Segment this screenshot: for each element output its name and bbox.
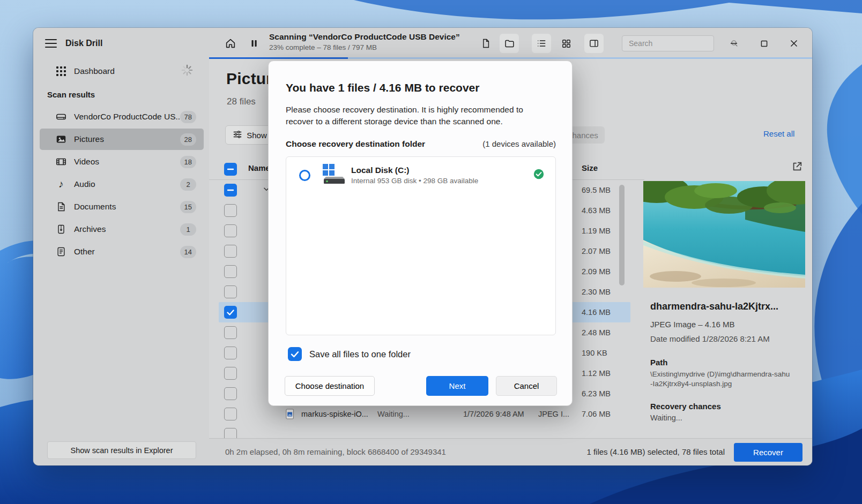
drive-icon: [55, 110, 68, 123]
list-view-button[interactable]: [532, 34, 551, 53]
sidebar-item-label: Audio: [74, 179, 180, 189]
sidebar-item-dashboard[interactable]: Dashboard: [41, 61, 202, 81]
preview-filetype: JPEG Image – 4.16 MB: [650, 320, 735, 329]
recovery-destination-dialog: You have 1 files / 4.16 MB to recover Pl…: [268, 61, 573, 406]
row-checkbox[interactable]: [224, 347, 237, 359]
device-radio[interactable]: [299, 170, 310, 181]
cell-file-kind: JPEG I...: [538, 404, 569, 424]
dashboard-icon: [55, 65, 68, 78]
dialog-description: Please choose recovery destination. It i…: [286, 104, 548, 128]
search-box: [622, 35, 714, 51]
sidebar-item-videos[interactable]: Videos 18: [40, 151, 204, 172]
row-checkbox[interactable]: [224, 265, 237, 278]
file-view-button[interactable]: [476, 34, 495, 53]
table-scrollbar[interactable]: [619, 185, 625, 285]
cell-size: 2.30 MB: [582, 282, 611, 302]
device-name: Local Disk (C:): [351, 166, 533, 175]
sidebar-item-vendorco-device[interactable]: VendorCo ProductCode US... 78: [40, 106, 204, 127]
minimize-button[interactable]: [725, 35, 743, 51]
cell-size: 1.19 MB: [582, 221, 611, 241]
preview-path-value: \Existing\mydrive (D)\img\dharmendra-sah…: [650, 370, 791, 389]
show-filters-button[interactable]: Show: [225, 125, 274, 145]
preview-recovery-chances-value: Waiting...: [650, 413, 682, 422]
search-input[interactable]: [622, 39, 730, 48]
row-checkbox[interactable]: [224, 224, 237, 237]
table-row-partial[interactable]: [209, 424, 644, 438]
row-checkbox[interactable]: [224, 285, 237, 298]
device-row-local-disk-c[interactable]: Local Disk (C:) Internal 953 GB disk • 2…: [286, 157, 555, 193]
audio-icon: ♪: [55, 178, 68, 191]
recover-button[interactable]: Recover: [734, 443, 802, 462]
column-header-size[interactable]: Size: [582, 163, 598, 172]
select-all-checkbox[interactable]: [224, 163, 237, 176]
count-badge: 15: [180, 201, 196, 213]
scan-title: Scanning “VendorCo ProductCode USB Devic…: [269, 32, 473, 42]
hamburger-menu-icon[interactable]: [45, 36, 61, 50]
cell-size: 2.09 MB: [582, 261, 611, 282]
count-badge: 18: [180, 156, 196, 168]
row-checkbox-indeterminate[interactable]: [224, 184, 237, 197]
row-checkbox[interactable]: [224, 387, 237, 400]
cell-size: 4.63 MB: [582, 200, 611, 221]
sidebar-item-label: Other: [74, 247, 180, 257]
home-button[interactable]: [221, 34, 240, 53]
next-button[interactable]: Next: [426, 376, 488, 396]
cancel-button[interactable]: Cancel: [496, 376, 557, 396]
count-badge: 78: [180, 111, 196, 123]
app-title: Disk Drill: [65, 39, 102, 48]
count-badge: 2: [180, 178, 196, 191]
choose-destination-button[interactable]: Choose destination: [285, 376, 375, 396]
selection-summary: 1 files (4.16 MB) selected, 78 files tot…: [586, 439, 725, 465]
preview-image[interactable]: [643, 181, 805, 288]
panel-view-button[interactable]: [584, 34, 604, 53]
scan-progress-text: 23% complete – 78 files / 797 MB: [269, 43, 473, 51]
row-checkbox[interactable]: [224, 326, 237, 339]
device-list: Local Disk (C:) Internal 953 GB disk • 2…: [286, 156, 556, 335]
row-checkbox[interactable]: [224, 408, 237, 420]
sidebar-item-other[interactable]: Other 14: [40, 241, 204, 262]
save-one-folder-option[interactable]: Save all files to one folder: [288, 347, 411, 361]
grid-view-button[interactable]: [556, 34, 576, 53]
image-file-icon: [286, 409, 295, 422]
row-checkbox-checked[interactable]: [224, 306, 237, 319]
sidebar-item-archives[interactable]: Archives 1: [40, 219, 204, 240]
preview-date-modified: Date modified 1/28/2026 8:21 AM: [650, 334, 770, 343]
show-in-explorer-button[interactable]: Show scan results in Explorer: [47, 441, 196, 459]
sidebar-item-label: Videos: [74, 157, 180, 167]
preview-recovery-chances-label: Recovery chances: [650, 402, 721, 411]
count-badge: 28: [180, 133, 196, 146]
column-header-name[interactable]: Name: [248, 163, 270, 172]
pictures-icon: [55, 133, 68, 146]
spinner-icon: [181, 64, 193, 78]
cell-size: 2.48 MB: [582, 322, 611, 343]
screen: Disk Drill Dashboard: [0, 0, 862, 504]
other-icon: [55, 245, 68, 258]
count-badge: 1: [180, 223, 196, 236]
external-link-icon[interactable]: [791, 161, 804, 174]
close-button[interactable]: [785, 35, 803, 51]
table-row-markus[interactable]: markus-spiske-iO... Waiting... 1/7/2026 …: [209, 404, 644, 424]
row-checkbox[interactable]: [224, 428, 237, 438]
devices-available-label: (1 devices available): [482, 139, 556, 148]
documents-icon: [55, 200, 68, 213]
status-bar: 0h 2m elapsed, 0h 8m remaining, block 68…: [209, 438, 812, 465]
cell-size: 6.23 MB: [582, 383, 611, 404]
sidebar-item-documents[interactable]: Documents 15: [40, 196, 204, 217]
save-one-folder-checkbox[interactable]: [288, 347, 302, 361]
videos-icon: [55, 155, 68, 168]
reset-all-link[interactable]: Reset all: [763, 129, 794, 138]
cell-recovery-status: Waiting...: [377, 404, 410, 424]
filter-icon: [233, 130, 242, 141]
dialog-title: You have 1 files / 4.16 MB to recover: [286, 81, 479, 94]
maximize-button[interactable]: [755, 35, 773, 51]
folder-view-button[interactable]: [500, 34, 519, 53]
pause-scan-button[interactable]: [244, 34, 264, 53]
scan-elapsed-status: 0h 2m elapsed, 0h 8m remaining, block 68…: [225, 439, 446, 465]
sidebar-item-pictures[interactable]: Pictures 28: [40, 129, 204, 150]
row-checkbox[interactable]: [224, 367, 237, 380]
sidebar-item-audio[interactable]: ♪ Audio 2: [40, 174, 204, 195]
sidebar: Disk Drill Dashboard: [33, 28, 209, 465]
row-checkbox[interactable]: [224, 204, 237, 217]
cell-size: 2.07 MB: [582, 241, 611, 261]
row-checkbox[interactable]: [224, 245, 237, 258]
